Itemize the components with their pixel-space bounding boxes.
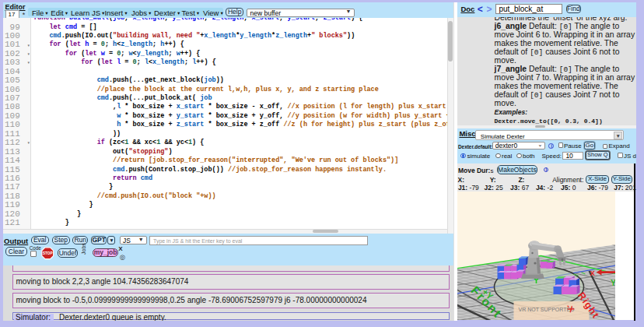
svg-text:X: X [590, 269, 595, 277]
svg-text:STOP: STOP [43, 252, 52, 256]
